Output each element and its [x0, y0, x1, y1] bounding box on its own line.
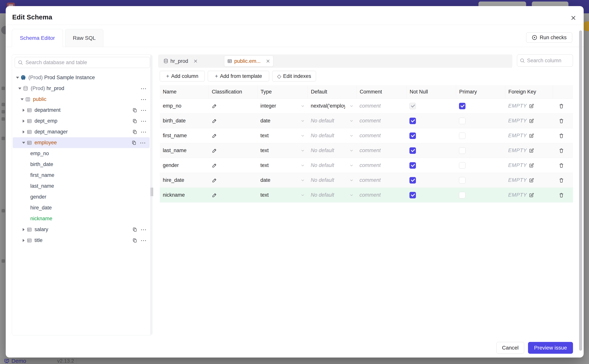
duplicate-table-icon[interactable]: [132, 227, 137, 232]
tab-chip-database[interactable]: hr_prod: [161, 56, 200, 66]
edit-foreign-key-icon[interactable]: [529, 178, 534, 183]
primary-checkbox[interactable]: [459, 118, 465, 124]
tab-schema-editor[interactable]: Schema Editor: [12, 29, 63, 47]
edit-foreign-key-icon[interactable]: [529, 163, 534, 168]
delete-column-icon[interactable]: [558, 177, 564, 183]
not-null-checkbox[interactable]: [409, 177, 416, 183]
more-actions-icon[interactable]: ⋯: [141, 119, 147, 123]
chevron-down-icon[interactable]: [21, 142, 26, 144]
default-select[interactable]: No default: [308, 158, 356, 173]
tree-item-column[interactable]: first_name: [12, 170, 150, 181]
primary-checkbox[interactable]: [459, 162, 465, 169]
comment-input[interactable]: comment: [356, 113, 406, 128]
type-select[interactable]: date: [257, 113, 308, 128]
primary-checkbox[interactable]: [459, 103, 465, 109]
tab-chip-table-active[interactable]: public.em...: [224, 56, 273, 67]
chevron-right-icon[interactable]: [21, 109, 26, 112]
tree-item-table[interactable]: salary ⋯: [12, 224, 150, 235]
edit-classification-icon[interactable]: [212, 103, 217, 109]
comment-input[interactable]: comment: [356, 143, 406, 158]
tree-item-instance[interactable]: (Prod) Prod Sample Instance: [12, 72, 150, 83]
edit-foreign-key-icon[interactable]: [529, 103, 534, 109]
more-actions-icon[interactable]: ⋯: [140, 141, 146, 145]
more-actions-icon[interactable]: ⋯: [141, 98, 147, 101]
duplicate-table-icon[interactable]: [132, 129, 137, 135]
primary-checkbox[interactable]: [459, 147, 465, 154]
default-select[interactable]: nextval('employ: [308, 99, 356, 113]
tree-item-column[interactable]: last_name: [12, 181, 150, 192]
comment-input[interactable]: comment: [356, 173, 406, 188]
tree-item-table[interactable]: title ⋯: [12, 235, 150, 246]
edit-classification-icon[interactable]: [212, 118, 217, 124]
more-actions-icon[interactable]: ⋯: [141, 130, 147, 134]
more-actions-icon[interactable]: ⋯: [141, 87, 147, 91]
type-select[interactable]: text: [257, 143, 308, 158]
preview-issue-button[interactable]: Preview issue: [528, 342, 573, 354]
column-search-input[interactable]: [517, 54, 573, 67]
type-select[interactable]: text: [257, 128, 308, 143]
tree-item-table[interactable]: dept_manager ⋯: [12, 126, 150, 137]
not-null-checkbox[interactable]: [409, 147, 416, 154]
default-select[interactable]: No default: [308, 113, 356, 128]
tree-item-column[interactable]: birth_date: [12, 159, 150, 170]
tree-search-input[interactable]: [15, 57, 150, 68]
chevron-right-icon[interactable]: [21, 120, 26, 123]
edit-classification-icon[interactable]: [212, 133, 217, 139]
primary-checkbox[interactable]: [459, 132, 465, 139]
edit-foreign-key-icon[interactable]: [529, 192, 534, 198]
delete-column-icon[interactable]: [558, 118, 564, 124]
edit-foreign-key-icon[interactable]: [529, 118, 534, 124]
edit-classification-icon[interactable]: [212, 148, 217, 153]
tree-item-table-selected[interactable]: employee ⋯: [13, 137, 150, 148]
chevron-down-icon[interactable]: [15, 77, 20, 79]
chevron-right-icon[interactable]: [21, 239, 26, 242]
panel-resize-handle[interactable]: [151, 188, 154, 196]
duplicate-table-icon[interactable]: [132, 238, 137, 243]
more-actions-icon[interactable]: ⋯: [141, 108, 147, 112]
primary-checkbox[interactable]: [459, 177, 465, 183]
add-column-button[interactable]: + Add column: [160, 71, 205, 81]
chevron-right-icon[interactable]: [21, 130, 26, 133]
default-select[interactable]: No default: [308, 173, 356, 188]
comment-input[interactable]: comment: [356, 128, 406, 143]
close-icon[interactable]: [569, 14, 578, 22]
comment-input[interactable]: comment: [356, 99, 406, 113]
type-select[interactable]: integer: [257, 99, 308, 113]
duplicate-table-icon[interactable]: [131, 140, 137, 145]
edit-indexes-button[interactable]: ◇ Edit indexes: [272, 71, 316, 81]
more-actions-icon[interactable]: ⋯: [141, 239, 147, 242]
not-null-checkbox[interactable]: [409, 162, 416, 169]
delete-column-icon[interactable]: [558, 148, 564, 153]
type-select[interactable]: text: [257, 188, 308, 202]
delete-column-icon[interactable]: [558, 103, 564, 109]
tree-item-column[interactable]: emp_no: [12, 148, 150, 159]
edit-classification-icon[interactable]: [212, 177, 217, 183]
default-select[interactable]: No default: [308, 143, 356, 158]
not-null-checkbox[interactable]: [409, 118, 416, 124]
chevron-down-icon[interactable]: [17, 88, 22, 90]
add-from-template-button[interactable]: + Add from template: [208, 71, 269, 81]
tree-item-schema[interactable]: public ⋯: [12, 94, 150, 105]
type-select[interactable]: text: [257, 158, 308, 173]
more-actions-icon[interactable]: ⋯: [141, 228, 147, 232]
modal-scrollbar[interactable]: [579, 31, 582, 351]
duplicate-table-icon[interactable]: [132, 118, 137, 124]
edit-foreign-key-icon[interactable]: [529, 133, 534, 138]
tree-item-database[interactable]: (Prod) hr_prod ⋯: [12, 83, 150, 94]
not-null-checkbox[interactable]: [409, 132, 416, 139]
tab-raw-sql[interactable]: Raw SQL: [65, 29, 103, 47]
chevron-right-icon[interactable]: [21, 228, 26, 231]
tree-item-column[interactable]: gender: [12, 192, 150, 202]
primary-checkbox[interactable]: [459, 192, 465, 198]
tree-item-table[interactable]: dept_emp ⋯: [12, 116, 150, 126]
close-tab-icon[interactable]: [266, 59, 270, 64]
comment-input[interactable]: comment: [356, 158, 406, 173]
delete-column-icon[interactable]: [558, 192, 564, 198]
edit-foreign-key-icon[interactable]: [529, 148, 534, 153]
cancel-button[interactable]: Cancel: [496, 342, 524, 354]
tree-item-column[interactable]: hire_date: [12, 202, 150, 213]
comment-input[interactable]: comment: [356, 188, 406, 202]
not-null-checkbox[interactable]: [409, 192, 416, 198]
tree-item-table[interactable]: department ⋯: [12, 105, 150, 116]
default-select[interactable]: No default: [308, 128, 356, 143]
